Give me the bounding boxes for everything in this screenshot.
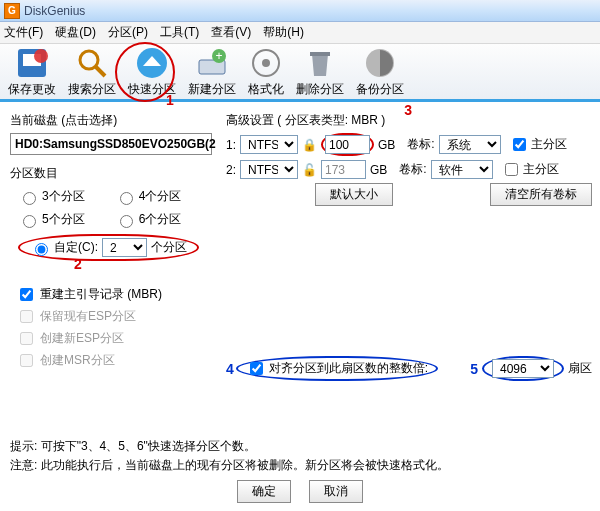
radio-4[interactable]: 4个分区 (115, 188, 182, 205)
menu-disk[interactable]: 硬盘(D) (55, 24, 96, 41)
menu-bar: 文件(F) 硬盘(D) 分区(P) 工具(T) 查看(V) 帮助(H) (0, 22, 600, 44)
radio-3[interactable]: 3个分区 (18, 188, 85, 205)
ok-button[interactable]: 确定 (237, 480, 291, 503)
annotation-mark-3: 3 (404, 102, 412, 118)
radio-custom[interactable]: 自定(C): (30, 239, 98, 256)
svg-text:+: + (215, 49, 222, 63)
current-disk-text: HD0:SamsungSSD850EVO250GB(2 (15, 137, 216, 151)
delete-icon (303, 46, 337, 80)
annotation-ring-4: 对齐分区到此扇区数的整数倍: (236, 356, 438, 381)
hints: 提示: 可按下"3、4、5、6"快速选择分区个数。 注意: 此功能执行后，当前磁… (10, 436, 449, 476)
row1-size[interactable] (325, 135, 370, 154)
align-check[interactable]: 对齐分区到此扇区数的整数倍: (246, 359, 428, 378)
align-select[interactable]: 4096 (492, 359, 554, 378)
row2-gb: GB (370, 163, 387, 177)
tb-new-partition[interactable]: + 新建分区 (188, 46, 236, 98)
annotation-mark-1: 1 (166, 92, 174, 108)
annotation-ring-3 (321, 133, 374, 156)
partition-row-2: 2: NTFS 🔓 GB 卷标: 软件 主分区 (226, 160, 592, 179)
hint-2: 注意: 此功能执行后，当前磁盘上的现有分区将被删除。新分区将会被快速格式化。 (10, 457, 449, 474)
chk-mbr[interactable]: 重建主引导记录 (MBR) (16, 285, 212, 304)
custom-count-select[interactable]: 2 (102, 238, 147, 257)
tb-format[interactable]: 格式化 (248, 46, 284, 98)
align-unit: 扇区 (568, 360, 592, 377)
radio-6[interactable]: 6个分区 (115, 211, 182, 228)
toolbar: 保存更改 搜索分区 快速分区 1 + 新建分区 格式化 删除分区 备份分区 (0, 44, 600, 102)
annotation-ring-2: 自定(C): 2 个分区 (18, 234, 199, 261)
row1-gb: GB (378, 138, 395, 152)
row1-fs[interactable]: NTFS (240, 135, 298, 154)
annotation-ring-5: 4096 (482, 356, 564, 381)
current-disk-combo[interactable]: HD0:SamsungSSD850EVO250GB(2 (10, 133, 212, 155)
app-title: DiskGenius (24, 4, 85, 18)
backup-icon (363, 46, 397, 80)
clear-volumes-button[interactable]: 清空所有卷标 (490, 183, 592, 206)
tb-search[interactable]: 搜索分区 (68, 46, 116, 98)
search-icon (75, 46, 109, 80)
row2-fs[interactable]: NTFS (240, 160, 298, 179)
tb-new-label: 新建分区 (188, 81, 236, 98)
tb-backup-label: 备份分区 (356, 81, 404, 98)
svg-point-10 (262, 59, 270, 67)
save-icon (15, 46, 49, 80)
svg-point-2 (34, 49, 48, 63)
default-size-button[interactable]: 默认大小 (315, 183, 393, 206)
row2-primary[interactable]: 主分区 (501, 160, 559, 179)
menu-help[interactable]: 帮助(H) (263, 24, 304, 41)
row2-num: 2: (226, 163, 236, 177)
title-bar: G DiskGenius (0, 0, 600, 22)
svg-line-4 (95, 66, 105, 76)
unlock-icon[interactable]: 🔓 (302, 163, 317, 177)
hint-1: 提示: 可按下"3、4、5、6"快速选择分区个数。 (10, 438, 449, 455)
partition-row-1: 1: NTFS 🔒 GB 卷标: 系统 主分区 (226, 133, 592, 156)
tb-backup[interactable]: 备份分区 (356, 46, 404, 98)
tb-delete[interactable]: 删除分区 (296, 46, 344, 98)
tb-save[interactable]: 保存更改 (8, 46, 56, 98)
row2-vol[interactable]: 软件 (431, 160, 493, 179)
annotation-mark-2: 2 (74, 256, 82, 272)
lock-icon[interactable]: 🔒 (302, 138, 317, 152)
tb-format-label: 格式化 (248, 81, 284, 98)
menu-tools[interactable]: 工具(T) (160, 24, 199, 41)
menu-file[interactable]: 文件(F) (4, 24, 43, 41)
radio-5[interactable]: 5个分区 (18, 211, 85, 228)
row1-primary[interactable]: 主分区 (509, 135, 567, 154)
app-logo-icon: G (4, 3, 20, 19)
chk-new-esp: 创建新ESP分区 (16, 329, 212, 348)
tb-delete-label: 删除分区 (296, 81, 344, 98)
row1-num: 1: (226, 138, 236, 152)
svg-rect-11 (310, 52, 330, 56)
annotation-mark-4: 4 (226, 361, 234, 377)
chk-msr: 创建MSR分区 (16, 351, 212, 370)
row1-vol[interactable]: 系统 (439, 135, 501, 154)
row1-vollbl: 卷标: (407, 136, 434, 153)
current-disk-label: 当前磁盘 (点击选择) (10, 112, 212, 129)
cancel-button[interactable]: 取消 (309, 480, 363, 503)
format-icon (249, 46, 283, 80)
row2-vollbl: 卷标: (399, 161, 426, 178)
menu-partition[interactable]: 分区(P) (108, 24, 148, 41)
tb-search-label: 搜索分区 (68, 81, 116, 98)
row2-size[interactable] (321, 160, 366, 179)
custom-unit: 个分区 (151, 239, 187, 256)
quick-partition-icon (135, 46, 169, 80)
annotation-mark-5: 5 (470, 361, 478, 377)
tb-save-label: 保存更改 (8, 81, 56, 98)
menu-view[interactable]: 查看(V) (211, 24, 251, 41)
new-partition-icon: + (195, 46, 229, 80)
tb-quick-partition[interactable]: 快速分区 1 (128, 46, 176, 98)
chk-keep-esp: 保留现有ESP分区 (16, 307, 212, 326)
count-label: 分区数目 (10, 165, 212, 182)
